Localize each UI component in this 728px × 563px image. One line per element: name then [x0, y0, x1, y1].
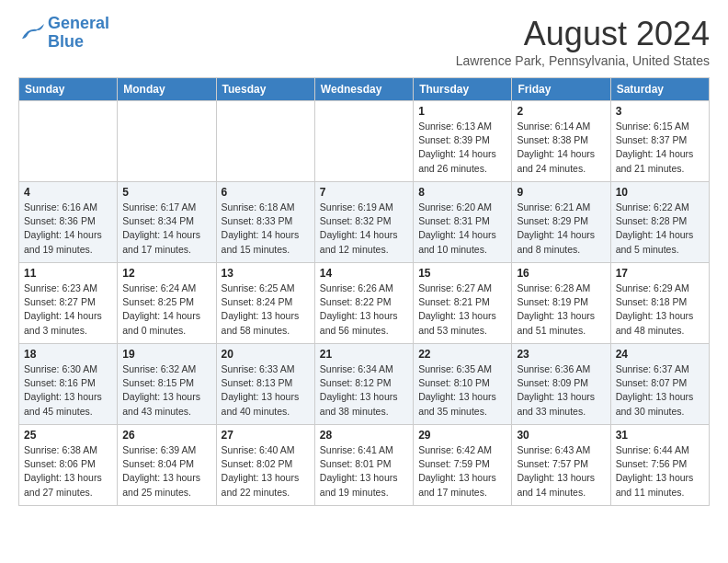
week-row-2: 11Sunrise: 6:23 AM Sunset: 8:27 PM Dayli…	[19, 263, 710, 344]
day-number: 22	[418, 348, 506, 361]
day-cell: 26Sunrise: 6:39 AM Sunset: 8:04 PM Dayli…	[118, 425, 216, 506]
day-cell	[314, 101, 413, 182]
day-number: 23	[517, 348, 605, 361]
page-header: General Blue August 2024 Lawrence Park, …	[18, 15, 710, 68]
day-cell	[216, 101, 314, 182]
day-cell: 28Sunrise: 6:41 AM Sunset: 8:01 PM Dayli…	[314, 425, 413, 506]
day-cell: 30Sunrise: 6:43 AM Sunset: 7:57 PM Dayli…	[512, 425, 610, 506]
day-info: Sunrise: 6:43 AM Sunset: 7:57 PM Dayligh…	[517, 443, 605, 500]
day-info: Sunrise: 6:39 AM Sunset: 8:04 PM Dayligh…	[122, 443, 210, 500]
day-number: 4	[24, 186, 112, 199]
day-cell: 21Sunrise: 6:34 AM Sunset: 8:12 PM Dayli…	[314, 344, 413, 425]
day-cell: 2Sunrise: 6:14 AM Sunset: 8:38 PM Daylig…	[512, 101, 610, 182]
weekday-header-tuesday: Tuesday	[216, 78, 314, 101]
logo: General Blue	[18, 15, 109, 52]
day-number: 25	[24, 429, 112, 442]
day-info: Sunrise: 6:21 AM Sunset: 8:29 PM Dayligh…	[517, 201, 605, 257]
day-cell: 10Sunrise: 6:22 AM Sunset: 8:28 PM Dayli…	[610, 182, 709, 263]
weekday-header-row: SundayMondayTuesdayWednesdayThursdayFrid…	[19, 78, 710, 101]
day-number: 19	[122, 348, 210, 361]
day-cell	[118, 101, 216, 182]
weekday-header-sunday: Sunday	[19, 78, 118, 101]
weekday-header-monday: Monday	[118, 78, 216, 101]
weekday-header-saturday: Saturday	[610, 78, 709, 101]
title-block: August 2024 Lawrence Park, Pennsylvania,…	[456, 15, 710, 68]
day-number: 20	[222, 348, 310, 361]
day-number: 3	[616, 105, 704, 118]
day-cell: 29Sunrise: 6:42 AM Sunset: 7:59 PM Dayli…	[414, 425, 512, 506]
day-cell: 27Sunrise: 6:40 AM Sunset: 8:02 PM Dayli…	[216, 425, 314, 506]
day-info: Sunrise: 6:17 AM Sunset: 8:34 PM Dayligh…	[122, 201, 210, 257]
day-info: Sunrise: 6:36 AM Sunset: 8:09 PM Dayligh…	[517, 362, 605, 419]
day-info: Sunrise: 6:34 AM Sunset: 8:12 PM Dayligh…	[320, 362, 408, 419]
day-cell: 12Sunrise: 6:24 AM Sunset: 8:25 PM Dayli…	[118, 263, 216, 344]
day-info: Sunrise: 6:26 AM Sunset: 8:22 PM Dayligh…	[320, 282, 408, 338]
day-info: Sunrise: 6:23 AM Sunset: 8:27 PM Dayligh…	[24, 282, 112, 338]
day-number: 14	[320, 267, 408, 280]
day-number: 30	[517, 429, 605, 442]
day-info: Sunrise: 6:28 AM Sunset: 8:19 PM Dayligh…	[517, 282, 605, 338]
day-info: Sunrise: 6:15 AM Sunset: 8:37 PM Dayligh…	[616, 120, 704, 176]
day-number: 17	[616, 267, 704, 280]
day-info: Sunrise: 6:35 AM Sunset: 8:10 PM Dayligh…	[418, 362, 506, 419]
day-number: 11	[24, 267, 112, 280]
day-cell	[19, 101, 118, 182]
day-cell: 13Sunrise: 6:25 AM Sunset: 8:24 PM Dayli…	[216, 263, 314, 344]
day-cell: 8Sunrise: 6:20 AM Sunset: 8:31 PM Daylig…	[414, 182, 512, 263]
logo-line2: Blue	[48, 32, 84, 51]
day-info: Sunrise: 6:13 AM Sunset: 8:39 PM Dayligh…	[418, 120, 506, 176]
day-info: Sunrise: 6:32 AM Sunset: 8:15 PM Dayligh…	[122, 362, 210, 419]
day-cell: 3Sunrise: 6:15 AM Sunset: 8:37 PM Daylig…	[610, 101, 709, 182]
day-cell: 9Sunrise: 6:21 AM Sunset: 8:29 PM Daylig…	[512, 182, 610, 263]
day-info: Sunrise: 6:14 AM Sunset: 8:38 PM Dayligh…	[517, 120, 605, 176]
day-cell: 17Sunrise: 6:29 AM Sunset: 8:18 PM Dayli…	[610, 263, 709, 344]
location-subtitle: Lawrence Park, Pennsylvania, United Stat…	[456, 53, 710, 68]
week-row-4: 25Sunrise: 6:38 AM Sunset: 8:06 PM Dayli…	[19, 425, 710, 506]
day-cell: 4Sunrise: 6:16 AM Sunset: 8:36 PM Daylig…	[19, 182, 118, 263]
day-cell: 11Sunrise: 6:23 AM Sunset: 8:27 PM Dayli…	[19, 263, 118, 344]
logo-text: General Blue	[48, 15, 109, 52]
day-number: 2	[517, 105, 605, 118]
day-number: 26	[122, 429, 210, 442]
day-number: 27	[222, 429, 310, 442]
day-cell: 19Sunrise: 6:32 AM Sunset: 8:15 PM Dayli…	[118, 344, 216, 425]
weekday-header-friday: Friday	[512, 78, 610, 101]
day-cell: 23Sunrise: 6:36 AM Sunset: 8:09 PM Dayli…	[512, 344, 610, 425]
day-number: 5	[122, 186, 210, 199]
day-info: Sunrise: 6:37 AM Sunset: 8:07 PM Dayligh…	[616, 362, 704, 419]
day-info: Sunrise: 6:19 AM Sunset: 8:32 PM Dayligh…	[320, 201, 408, 257]
day-number: 7	[320, 186, 408, 199]
day-cell: 20Sunrise: 6:33 AM Sunset: 8:13 PM Dayli…	[216, 344, 314, 425]
day-cell: 31Sunrise: 6:44 AM Sunset: 7:56 PM Dayli…	[610, 425, 709, 506]
day-number: 6	[222, 186, 310, 199]
day-number: 29	[418, 429, 506, 442]
day-number: 24	[616, 348, 704, 361]
day-info: Sunrise: 6:30 AM Sunset: 8:16 PM Dayligh…	[24, 362, 112, 419]
day-info: Sunrise: 6:42 AM Sunset: 7:59 PM Dayligh…	[418, 443, 506, 500]
month-title: August 2024	[456, 15, 710, 53]
day-number: 13	[222, 267, 310, 280]
day-info: Sunrise: 6:41 AM Sunset: 8:01 PM Dayligh…	[320, 443, 408, 500]
week-row-3: 18Sunrise: 6:30 AM Sunset: 8:16 PM Dayli…	[19, 344, 710, 425]
day-cell: 22Sunrise: 6:35 AM Sunset: 8:10 PM Dayli…	[414, 344, 512, 425]
logo-icon	[18, 22, 44, 44]
day-number: 28	[320, 429, 408, 442]
day-info: Sunrise: 6:18 AM Sunset: 8:33 PM Dayligh…	[222, 201, 310, 257]
weekday-header-thursday: Thursday	[414, 78, 512, 101]
day-cell: 6Sunrise: 6:18 AM Sunset: 8:33 PM Daylig…	[216, 182, 314, 263]
day-info: Sunrise: 6:40 AM Sunset: 8:02 PM Dayligh…	[222, 443, 310, 500]
day-number: 21	[320, 348, 408, 361]
day-cell: 14Sunrise: 6:26 AM Sunset: 8:22 PM Dayli…	[314, 263, 413, 344]
day-info: Sunrise: 6:20 AM Sunset: 8:31 PM Dayligh…	[418, 201, 506, 257]
day-cell: 16Sunrise: 6:28 AM Sunset: 8:19 PM Dayli…	[512, 263, 610, 344]
day-number: 31	[616, 429, 704, 442]
day-cell: 25Sunrise: 6:38 AM Sunset: 8:06 PM Dayli…	[19, 425, 118, 506]
day-info: Sunrise: 6:22 AM Sunset: 8:28 PM Dayligh…	[616, 201, 704, 257]
day-info: Sunrise: 6:27 AM Sunset: 8:21 PM Dayligh…	[418, 282, 506, 338]
day-number: 8	[418, 186, 506, 199]
week-row-0: 1Sunrise: 6:13 AM Sunset: 8:39 PM Daylig…	[19, 101, 710, 182]
day-info: Sunrise: 6:44 AM Sunset: 7:56 PM Dayligh…	[616, 443, 704, 500]
day-info: Sunrise: 6:16 AM Sunset: 8:36 PM Dayligh…	[24, 201, 112, 257]
day-cell: 7Sunrise: 6:19 AM Sunset: 8:32 PM Daylig…	[314, 182, 413, 263]
logo-line1: General	[48, 14, 109, 32]
